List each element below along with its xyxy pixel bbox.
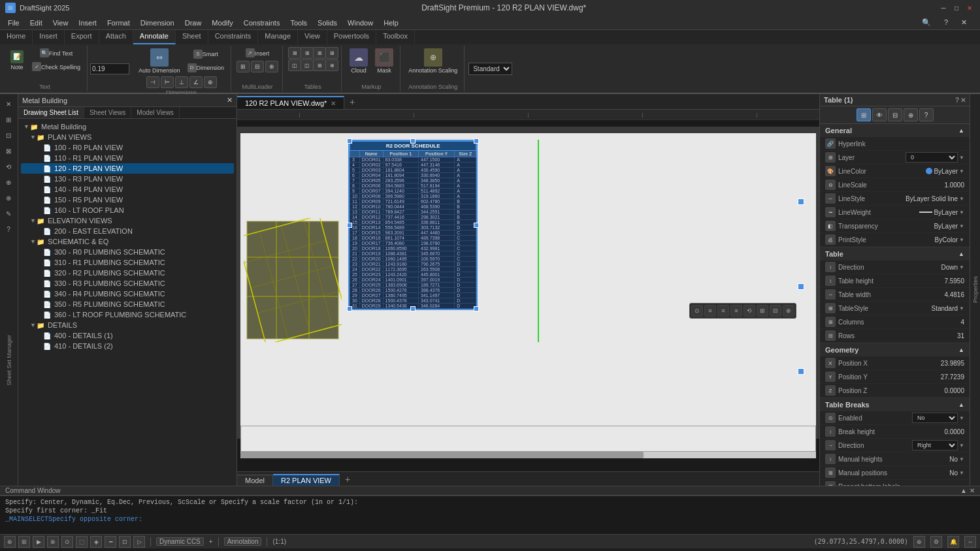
tab-toolbox[interactable]: Toolbox (376, 30, 415, 44)
mt-btn-7[interactable]: ⊟ (770, 305, 781, 317)
tree-item-350[interactable]: 📄 350 - R5 PLUMBING SCHEMATIC (21, 299, 234, 309)
tab-powertools[interactable]: Powertools (327, 30, 376, 44)
mt-btn-5[interactable]: ⟲ (743, 305, 755, 317)
status-icon-grid[interactable]: ⊞ (18, 536, 30, 548)
status-icon-tpmode[interactable]: ⊡ (119, 536, 131, 548)
add-view-button[interactable]: + (340, 473, 355, 486)
ltool-4[interactable]: ⊠ (1, 144, 16, 158)
ltool-6[interactable]: ⊕ (1, 175, 16, 189)
tree-item-110[interactable]: 📄 110 - R1 PLAN VIEW (21, 153, 234, 163)
table-tool-6[interactable]: ◫ (301, 59, 314, 71)
dim-tool-1[interactable]: ⊣ (146, 76, 159, 88)
status-annotation[interactable]: Annotation (224, 537, 262, 546)
check-spelling-button[interactable]: ✓ Check Spelling (29, 61, 83, 73)
find-text-button[interactable]: 🔍 Find Text (29, 47, 83, 59)
tree-item-100[interactable]: 📄 100 - R0 PLAN VIEW (21, 142, 234, 153)
table-breaks-header[interactable]: Table Breaks ▲ (820, 398, 970, 411)
tree-item-schematic[interactable]: ▼ 📁 SCHEMATIC & EQ (21, 236, 234, 247)
table-tool-5[interactable]: ◫ (288, 59, 301, 71)
menu-format[interactable]: Format (102, 18, 135, 28)
minimize-button[interactable]: ─ (938, 3, 949, 13)
tree-item-340[interactable]: 📄 340 - R4 PLUMBING SCHEMATIC (21, 289, 234, 299)
right-panel-close[interactable]: ✕ (960, 97, 966, 104)
status-icon-ortho[interactable]: ▶ (33, 536, 44, 548)
tab-insert[interactable]: Insert (33, 30, 65, 44)
status-icon-polar[interactable]: ⊗ (47, 536, 59, 548)
menu-close-panel[interactable]: ✕ (956, 17, 972, 28)
cmd-win-expand[interactable]: ▲ (960, 487, 967, 494)
tree-item-200[interactable]: 📄 200 - EAST ELEVATION (21, 226, 234, 236)
menu-search[interactable]: 🔍 (917, 17, 936, 28)
ml-tool-3[interactable]: ⊕ (265, 61, 278, 72)
tab-model-views[interactable]: Model Views (131, 107, 180, 118)
scale-input[interactable] (90, 63, 129, 74)
horizontal-scrollbar[interactable] (240, 452, 816, 458)
tree-item-elevation[interactable]: ▼ 📁 ELEVATION VIEWS (21, 215, 234, 226)
tree-item-plan-views[interactable]: ▼ 📁 PLAN VIEWS (21, 132, 234, 142)
cloud-button[interactable]: ☁ Cloud (347, 47, 370, 75)
tab-view[interactable]: View (298, 30, 327, 44)
menu-help[interactable]: Help (378, 18, 404, 28)
ml-tool-1[interactable]: ⊞ (237, 61, 250, 72)
mt-btn-4[interactable]: ≡ (730, 305, 742, 317)
menu-window[interactable]: Window (342, 18, 378, 28)
note-button[interactable]: 📝 Note (7, 49, 27, 72)
properties-tab-label[interactable]: Properties (972, 276, 979, 303)
menu-view[interactable]: View (48, 18, 74, 28)
menu-help-icon[interactable]: ? (939, 17, 953, 28)
dim-tool-2[interactable]: ⊢ (161, 76, 174, 88)
annotation-scaling-button[interactable]: ⊕ Annotation Scaling (406, 47, 460, 75)
menu-file[interactable]: File (3, 18, 25, 28)
menu-edit[interactable]: Edit (25, 18, 48, 28)
auto-dimension-button[interactable]: ⇔ Auto Dimension (136, 47, 183, 75)
mt-btn-1[interactable]: ⊙ (691, 305, 703, 317)
status-add-icon[interactable]: + (209, 538, 213, 545)
tab-sheet-views[interactable]: Sheet Views (84, 107, 131, 118)
table-section-header[interactable]: Table ▲ (820, 247, 970, 260)
tree-item-320[interactable]: 📄 320 - R2 PLUMBING SCHEMATIC (21, 268, 234, 278)
dim-tool-5[interactable]: ⊕ (204, 76, 217, 88)
menu-dimension[interactable]: Dimension (135, 18, 180, 28)
doc-tab-r2plan[interactable]: 120 R2 PLAN VIEW.dwg* ✕ (237, 96, 344, 109)
status-right-2[interactable]: ⚙ (930, 536, 942, 548)
tree-item-330[interactable]: 📄 330 - R3 PLUMBING SCHEMATIC (21, 278, 234, 289)
tab-model[interactable]: Model (237, 475, 273, 486)
close-panel-button[interactable]: ✕ (1, 97, 16, 111)
menu-insert[interactable]: Insert (73, 18, 102, 28)
break-dir-select[interactable]: RightLeft (912, 440, 958, 450)
tab-attach[interactable]: Attach (99, 30, 133, 44)
rp-tab-layers[interactable]: ⊟ (888, 108, 902, 121)
ltool-2[interactable]: ⊞ (1, 112, 16, 127)
status-right-4[interactable]: ↔ (964, 536, 976, 548)
ltool-5[interactable]: ⟲ (1, 159, 16, 174)
tree-item-details[interactable]: ▼ 📁 DETAILS (21, 320, 234, 330)
mt-btn-2[interactable]: ≡ (704, 305, 716, 317)
tab-manage[interactable]: Manage (258, 30, 298, 44)
table-tool-4[interactable]: ⊞ (325, 47, 338, 59)
tab-home[interactable]: Home (0, 30, 33, 44)
mt-btn-6[interactable]: ⊞ (757, 305, 768, 317)
tree-item-150[interactable]: 📄 150 - R5 PLAN VIEW (21, 195, 234, 205)
cmd-win-close[interactable]: ✕ (970, 487, 975, 494)
rp-tab-properties[interactable]: ⊞ (857, 108, 871, 121)
tab-export[interactable]: Export (65, 30, 99, 44)
tab-constraints[interactable]: Constraints (208, 30, 259, 44)
doc-tab-close-button[interactable]: ✕ (331, 100, 336, 107)
tree-item-400[interactable]: 📄 400 - DETAILS (1) (21, 330, 234, 341)
rp-tab-more[interactable]: ⊕ (904, 108, 918, 121)
status-right-3[interactable]: 🔔 (947, 536, 959, 548)
viewport[interactable]: R2 DOOR SCHEDULE Name Position 1 Positio… (237, 120, 819, 471)
left-panel-close[interactable]: ✕ (227, 96, 233, 104)
table-tool-3[interactable]: ⊞ (313, 47, 326, 59)
menu-draw[interactable]: Draw (180, 18, 207, 28)
table-tool-2[interactable]: ⊞ (301, 47, 314, 59)
ltool-7[interactable]: ⊗ (1, 191, 16, 205)
tree-item-410[interactable]: 📄 410 - DETAILS (2) (21, 341, 234, 351)
tab-annotate[interactable]: Annotate (133, 30, 176, 44)
maximize-button[interactable]: □ (951, 3, 962, 13)
status-icon-ducs[interactable]: ◈ (90, 536, 102, 548)
tree-item-160[interactable]: 📄 160 - LT ROOF PLAN (21, 205, 234, 215)
table-tool-7[interactable]: ⊞ (313, 59, 326, 71)
tree-item-310[interactable]: 📄 310 - R1 PLUMBING SCHEMATIC (21, 257, 234, 268)
tree-item-120[interactable]: 📄 120 - R2 PLAN VIEW (21, 163, 234, 174)
